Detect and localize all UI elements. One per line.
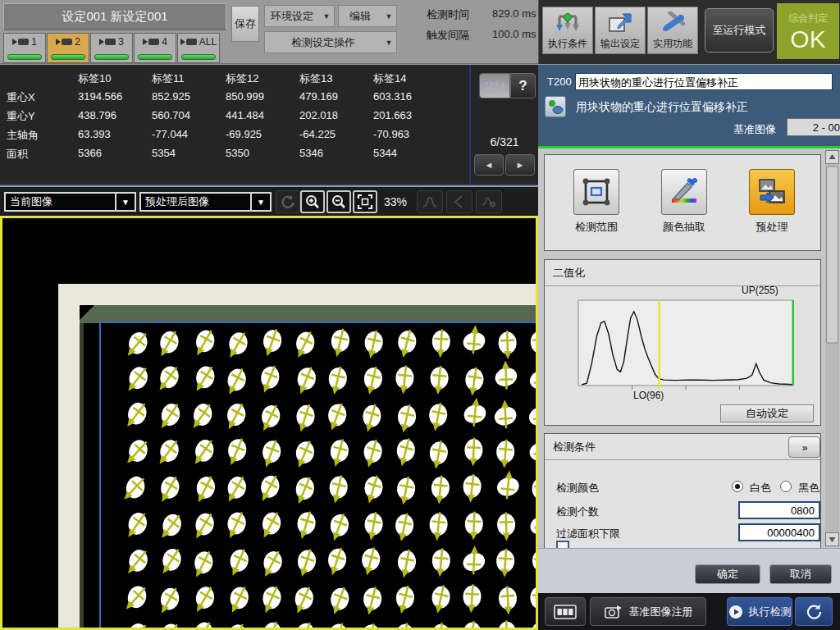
table-cell: -64.225 xyxy=(299,128,336,140)
prev-page-button[interactable]: ◄ xyxy=(474,154,504,176)
expand-button[interactable]: » xyxy=(788,436,820,458)
table-cell: 202.018 xyxy=(299,109,338,121)
chevron-down-icon: ▼ xyxy=(319,12,334,21)
tab-label: ALL xyxy=(199,36,217,48)
detect-color-label: 检测颜色 xyxy=(556,481,599,495)
table-cell: -70.963 xyxy=(373,128,409,140)
camera-register-icon xyxy=(604,604,623,620)
table-cell: 5366 xyxy=(78,147,102,159)
fit-to-screen-button[interactable] xyxy=(353,190,377,213)
image-viewer[interactable] xyxy=(0,216,538,630)
environment-settings-label: 环境设定 xyxy=(265,9,319,24)
camera-icon xyxy=(99,39,116,45)
scene-title: 设定001 新设定001 xyxy=(3,3,226,30)
inspection-settings-ops-dropdown[interactable]: 检测设定操作 ▼ xyxy=(264,31,397,53)
detection-region-button[interactable] xyxy=(573,169,619,215)
to-run-mode-button[interactable]: 至运行模式 xyxy=(705,8,774,52)
white-radio[interactable] xyxy=(732,481,743,492)
curve-peak-icon xyxy=(422,195,438,208)
tool-buttons-group: 检测范围 颜色抽取 预处理 xyxy=(544,154,821,251)
settings-scroll-area: 检测范围 颜色抽取 预处理 二值化 UP(255) LO(96) 自动设定 检测… xyxy=(538,148,840,548)
panel-scrollbar[interactable] xyxy=(825,150,839,546)
eyedropper-icon xyxy=(668,176,701,208)
table-cell: -69.925 xyxy=(226,128,262,140)
region-select-icon xyxy=(580,176,613,208)
image-stage-select[interactable]: 预处理后图像 ▼ xyxy=(139,192,272,212)
camera-icon xyxy=(12,39,29,45)
camera-tab-4[interactable]: 4 xyxy=(134,33,176,63)
unit-title-input[interactable]: 用块状物的重心进行位置偏移补正 xyxy=(575,73,833,90)
save-button[interactable]: 保存 xyxy=(231,6,259,42)
preprocess-button[interactable] xyxy=(749,169,795,215)
tab-status-indicator xyxy=(181,54,216,60)
cancel-button[interactable]: 取消 xyxy=(769,564,832,584)
unit-name-label: 用块状物的重心进行位置偏移补正 xyxy=(576,100,748,115)
trigger-interval-value: 100.0 ms xyxy=(492,28,536,40)
tab-label: 4 xyxy=(162,36,167,48)
filter-area-input[interactable]: 00000400 xyxy=(738,523,820,541)
bottom-action-bar: 基准图像注册 执行检测 xyxy=(538,593,840,630)
reference-image-value: 2 - 000 xyxy=(787,118,840,136)
table-cell: 603.316 xyxy=(373,90,412,103)
utility-button[interactable]: 实用功能 xyxy=(647,7,698,54)
filter-area-label: 过滤面积下限 xyxy=(556,527,620,541)
zoom-out-icon xyxy=(331,194,347,210)
overall-judgement-box: 综合判定 OK xyxy=(777,3,839,59)
zoom-out-button[interactable] xyxy=(326,190,351,213)
table-cell: 5350 xyxy=(226,147,249,159)
table-cell: 560.704 xyxy=(152,109,190,121)
edit-dropdown[interactable]: 编辑 ▼ xyxy=(338,5,397,27)
filmstrip-icon xyxy=(554,605,577,619)
refresh-button[interactable] xyxy=(276,190,300,213)
filmstrip-button[interactable] xyxy=(545,597,586,626)
judgement-value: OK xyxy=(790,27,825,52)
camera-tab-3[interactable]: 3 xyxy=(90,33,133,63)
tab-status-indicator xyxy=(51,54,85,60)
panel-divider xyxy=(469,65,471,185)
detect-count-input[interactable]: 0800 xyxy=(738,501,820,519)
register-reference-button[interactable]: 基准图像注册 xyxy=(590,597,706,626)
numeric-display-button[interactable]: 123.4 xyxy=(479,73,510,98)
auto-set-button[interactable]: 自动设定 xyxy=(720,404,814,422)
black-radio[interactable] xyxy=(780,481,792,492)
zoom-percent: 33% xyxy=(384,195,407,208)
toolbar-right-strip: 执行条件 输出设定 实用功能 至运行模式 综合判定 OK xyxy=(538,0,840,64)
detection-condition-title: 检测条件 xyxy=(545,434,820,460)
image-source-value: 当前图像 xyxy=(6,194,115,209)
histogram-chart xyxy=(578,299,794,386)
next-page-button[interactable]: ► xyxy=(505,154,535,176)
preprocess-icon xyxy=(756,176,788,208)
environment-settings-dropdown[interactable]: 环境设定 ▼ xyxy=(264,5,335,27)
exec-condition-button[interactable]: 执行条件 xyxy=(542,7,593,54)
color-extraction-button[interactable] xyxy=(661,169,707,215)
binarization-title: 二值化 xyxy=(545,260,820,286)
color-extraction-label: 颜色抽取 xyxy=(639,220,729,235)
black-radio-label: 黑色 xyxy=(798,481,819,495)
partial-checkbox[interactable] xyxy=(556,541,569,548)
reference-image-label: 基准图像 xyxy=(733,122,776,137)
profile-view-button[interactable] xyxy=(446,190,472,213)
help-button[interactable]: ? xyxy=(510,73,536,98)
display-settings-button[interactable] xyxy=(476,190,502,213)
chevron-down-icon: ▼ xyxy=(250,194,270,210)
camera-tab-2[interactable]: 2 xyxy=(47,33,89,63)
edit-label: 编辑 xyxy=(339,9,381,24)
column-header: 标签13 xyxy=(299,71,332,86)
camera-tab-ALL[interactable]: ALL xyxy=(177,33,220,63)
zoom-in-button[interactable] xyxy=(300,190,325,213)
output-settings-button[interactable]: 输出设定 xyxy=(595,7,646,54)
table-cell: 5346 xyxy=(299,147,323,159)
run-inspection-button[interactable]: 执行检测 xyxy=(727,597,792,626)
chevron-down-icon: ▼ xyxy=(115,194,135,210)
row-label: 面积 xyxy=(7,147,28,162)
continuous-run-button[interactable] xyxy=(795,597,833,626)
histogram-view-button[interactable] xyxy=(417,190,443,213)
ok-button[interactable]: 确定 xyxy=(695,564,760,584)
tab-label: 1 xyxy=(31,36,37,48)
camera-tab-1[interactable]: 1 xyxy=(3,33,46,63)
image-source-select[interactable]: 当前图像 ▼ xyxy=(4,192,136,212)
detection-condition-group: 检测条件 » 检测颜色 白色 黑色 检测个数 0800 过滤面积下限 00000… xyxy=(544,433,821,548)
white-radio-label: 白色 xyxy=(750,481,771,495)
page-indicator: 6/321 xyxy=(473,135,536,148)
sync-icon xyxy=(805,603,823,621)
